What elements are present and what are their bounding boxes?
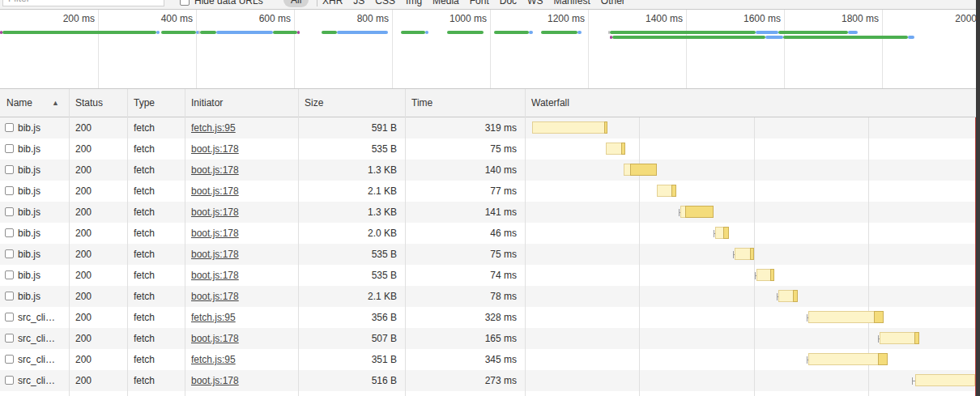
waterfall-bar-download[interactable]	[793, 290, 798, 302]
filter-type-js[interactable]: JS	[353, 0, 364, 9]
filter-type-manifest[interactable]: Manifest	[553, 0, 590, 9]
time-value: 75 ms	[405, 138, 517, 160]
table-row[interactable]: bib.js200fetchboot.js:1782.0 KB46 ms	[0, 223, 980, 244]
waterfall-bar-download[interactable]	[750, 248, 754, 260]
size-value: 2.1 KB	[298, 181, 397, 202]
timeline-overview[interactable]: 200 ms400 ms600 ms800 ms1000 ms1200 ms14…	[0, 10, 980, 89]
waterfall-bar-waiting[interactable]	[808, 353, 879, 365]
initiator-link[interactable]: boot.js:178	[191, 228, 239, 239]
waterfall-bar-waiting[interactable]	[532, 121, 604, 134]
table-row[interactable]: src_cli…200fetchboot.js:178516 B273 ms	[0, 370, 980, 391]
filter-type-other[interactable]: Other	[601, 0, 625, 9]
filter-type-doc[interactable]: Doc	[500, 0, 517, 9]
waterfall-bar-download[interactable]	[914, 332, 919, 344]
filter-type-media[interactable]: Media	[432, 0, 459, 9]
time-value: 319 ms	[405, 117, 517, 138]
waterfall-bar-download[interactable]	[770, 269, 774, 281]
table-row[interactable]: bib.js200fetchboot.js:178535 B75 ms	[0, 244, 980, 265]
column-header-status[interactable]: Status	[69, 89, 127, 117]
initiator-link[interactable]: boot.js:178	[191, 270, 239, 281]
filter-type-ws[interactable]: WS	[527, 0, 543, 9]
initiator-link[interactable]: fetch.js:95	[191, 312, 236, 323]
waterfall-bar-waiting[interactable]	[756, 269, 771, 281]
row-checkbox[interactable]	[5, 144, 14, 153]
row-checkbox[interactable]	[5, 376, 14, 385]
status-code: 200	[75, 117, 124, 138]
overview-request-bar	[401, 31, 425, 34]
waterfall-bar-download[interactable]	[671, 185, 676, 197]
initiator-link[interactable]: boot.js:178	[191, 291, 239, 302]
initiator-link[interactable]: boot.js:178	[191, 333, 239, 344]
filter-type-img[interactable]: Img	[406, 0, 422, 9]
initiator-link[interactable]: boot.js:178	[191, 207, 239, 218]
status-code: 200	[75, 202, 124, 223]
size-value: 2.1 KB	[298, 286, 397, 307]
waterfall-bar-download[interactable]	[874, 311, 884, 323]
row-checkbox[interactable]	[5, 207, 14, 216]
filter-all-pill[interactable]: All	[283, 0, 309, 7]
column-header-type[interactable]: Type	[127, 89, 185, 117]
table-row[interactable]: bib.js200fetchboot.js:1781.3 KB141 ms	[0, 202, 980, 223]
overview-request-bar	[2, 31, 156, 34]
table-row[interactable]: src_cli…200fetchboot.js:178507 B165 ms	[0, 328, 980, 349]
overview-tick-label: 1000 ms	[422, 12, 487, 25]
table-row[interactable]: src_cli…200fetchfetch.js:95356 B328 ms	[0, 307, 980, 328]
row-checkbox[interactable]	[5, 334, 14, 343]
waterfall-bar-download[interactable]	[604, 121, 607, 134]
waterfall-bar-waiting[interactable]	[735, 248, 751, 260]
initiator-link[interactable]: boot.js:178	[191, 164, 239, 176]
waterfall-bar-waiting[interactable]	[915, 374, 975, 386]
row-checkbox[interactable]	[5, 228, 14, 237]
waterfall-bar-download[interactable]	[685, 206, 714, 218]
table-row[interactable]: src_cli…200fetchfetch.js:95351 B345 ms	[0, 349, 980, 370]
filter-type-font[interactable]: Font	[470, 0, 489, 9]
waterfall-bar-waiting[interactable]	[778, 290, 794, 302]
column-header-name[interactable]: Name ▲	[0, 89, 69, 117]
row-checkbox[interactable]	[5, 249, 14, 258]
waterfall-bar-waiting[interactable]	[657, 185, 672, 197]
row-checkbox[interactable]	[5, 270, 14, 279]
filter-type-css[interactable]: CSS	[375, 0, 395, 9]
request-name: bib.js	[18, 286, 66, 307]
size-value: 535 B	[298, 138, 397, 160]
table-row[interactable]: bib.js200fetchboot.js:1782.1 KB77 ms	[0, 181, 980, 202]
column-header-size[interactable]: Size	[298, 89, 405, 117]
row-checkbox[interactable]	[5, 123, 14, 132]
row-checkbox[interactable]	[5, 313, 14, 321]
table-row[interactable]: bib.js200fetchboot.js:178535 B74 ms	[0, 265, 980, 286]
time-value: 273 ms	[405, 370, 517, 391]
filter-input[interactable]: Filter	[2, 0, 164, 6]
waterfall-bar-download[interactable]	[630, 164, 657, 176]
filter-type-list: XHRJSCSSImgMediaFontDocWSManifestOther	[322, 0, 625, 9]
row-checkbox[interactable]	[5, 355, 14, 364]
hide-data-urls-checkbox[interactable]	[180, 0, 190, 6]
column-header-initiator[interactable]: Initiator	[185, 89, 298, 117]
waterfall-bar-waiting[interactable]	[606, 143, 622, 155]
status-code: 200	[75, 223, 124, 244]
column-divider	[298, 89, 299, 396]
initiator-link[interactable]: fetch.js:95	[191, 122, 236, 134]
waterfall-bar-download[interactable]	[878, 353, 888, 365]
initiator-link[interactable]: boot.js:178	[191, 143, 239, 155]
waterfall-bar-download[interactable]	[621, 143, 625, 155]
initiator-link[interactable]: boot.js:178	[191, 249, 239, 260]
column-header-time[interactable]: Time	[405, 89, 525, 117]
table-row[interactable]: bib.js200fetchboot.js:1782.1 KB78 ms	[0, 286, 980, 307]
overview-request-bar	[447, 31, 484, 34]
waterfall-bar-waiting[interactable]	[880, 332, 915, 344]
waterfall-bar-download[interactable]	[723, 227, 729, 239]
waterfall-bar-waiting[interactable]	[808, 311, 875, 323]
row-checkbox[interactable]	[5, 292, 14, 300]
initiator-link[interactable]: fetch.js:95	[191, 354, 236, 365]
row-checkbox[interactable]	[5, 165, 14, 174]
table-row[interactable]: bib.js200fetchfetch.js:95591 B319 ms	[0, 117, 980, 138]
filter-type-xhr[interactable]: XHR	[322, 0, 343, 9]
table-row[interactable]: bib.js200fetchboot.js:1781.3 KB140 ms	[0, 160, 980, 181]
row-checkbox[interactable]	[5, 186, 14, 195]
overview-request-bar	[908, 36, 914, 39]
initiator-link[interactable]: boot.js:178	[191, 185, 239, 197]
table-row[interactable]: bib.js200fetchboot.js:178535 B75 ms	[0, 138, 980, 160]
column-header-waterfall[interactable]: Waterfall	[525, 89, 687, 117]
initiator-link[interactable]: boot.js:178	[191, 375, 239, 386]
status-code: 200	[75, 181, 124, 202]
